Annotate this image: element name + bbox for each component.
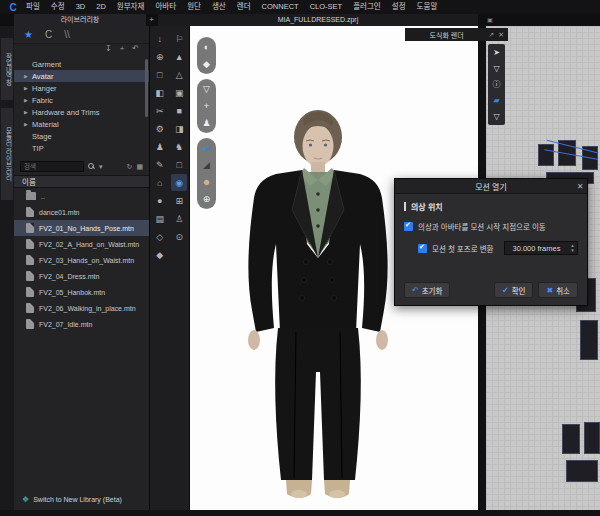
library-tree-item[interactable]: ▶ Avatar	[14, 70, 149, 82]
tool-button[interactable]: ⚙	[152, 120, 168, 137]
library-tab-icon[interactable]: C	[45, 29, 52, 40]
tool-button[interactable]: ◇	[152, 228, 168, 245]
add-tab-button[interactable]: +	[146, 14, 157, 26]
tool-button[interactable]: ⊙	[171, 228, 187, 245]
menu-item[interactable]: 설정	[392, 0, 406, 14]
document-title-tab[interactable]: MIA_FULLDRESSED.zprj	[158, 14, 478, 26]
tool-button[interactable]: ⚐	[171, 30, 187, 47]
pattern-piece[interactable]	[538, 144, 554, 166]
tool-button[interactable]: ▣	[171, 84, 187, 101]
menu-item[interactable]: CLO-SET	[310, 0, 343, 14]
library-action-icon[interactable]: +	[120, 44, 125, 57]
tool-button[interactable]: ◆	[152, 246, 168, 263]
move-to-start-checkbox[interactable]	[404, 222, 413, 231]
avatar-model[interactable]	[190, 110, 448, 510]
library-tree-item[interactable]: ▶ Hanger	[14, 82, 149, 94]
menu-item[interactable]: 파일	[26, 0, 40, 14]
pattern-piece[interactable]	[584, 422, 600, 454]
pattern-tool-icon[interactable]: ▽	[493, 111, 499, 122]
file-list-item[interactable]: FV2_02_A_Hand_on_Waist.mtn	[14, 236, 149, 252]
refresh-icon[interactable]: ↻	[127, 163, 133, 171]
cancel-button[interactable]: ✖ 취소	[538, 282, 578, 298]
undock-icon[interactable]: ▣	[487, 16, 493, 23]
pattern-piece[interactable]	[580, 320, 598, 360]
menu-item[interactable]: 원단	[187, 0, 201, 14]
file-list-item[interactable]: FV2_04_Dress.mtn	[14, 268, 149, 284]
pattern-piece[interactable]	[562, 424, 580, 454]
expand-arrow-icon[interactable]: ▶	[24, 109, 32, 115]
pattern-tool-icon[interactable]: ▰	[493, 95, 499, 106]
library-tree-item[interactable]: Garment	[14, 58, 149, 70]
tool-button[interactable]: ⊞	[171, 192, 187, 209]
menu-item[interactable]: 플러그인	[353, 0, 381, 14]
view-mode-icon[interactable]: ▦	[136, 163, 143, 171]
library-action-icon[interactable]: ↧	[105, 44, 112, 57]
tool-button[interactable]: ⌂	[152, 174, 168, 191]
library-action-icon[interactable]: ↶	[132, 44, 139, 57]
tool-button[interactable]: ●	[152, 192, 168, 209]
undock-icon[interactable]: ↗	[488, 31, 494, 39]
history-panel-vtab[interactable]: 작업내역창	[1, 38, 13, 100]
file-list-item[interactable]: FV2_05_Hanbok.mtn	[14, 284, 149, 300]
spinner-arrows[interactable]: ▴▾	[568, 243, 577, 253]
library-tree-item[interactable]: ▶ Material	[14, 118, 149, 130]
modular-library-vtab[interactable]: 모듈러 라이브러리	[1, 108, 13, 200]
library-tree-item[interactable]: Stage	[14, 130, 149, 142]
pattern-tool-icon[interactable]: ▽	[493, 63, 499, 74]
tool-button[interactable]: ♞	[171, 138, 187, 155]
menu-item[interactable]: 원부자재	[117, 0, 145, 14]
menu-item[interactable]: 도움말	[417, 0, 438, 14]
menu-item[interactable]: 생산	[212, 0, 226, 14]
tool-button[interactable]: ↓	[152, 30, 168, 47]
pattern-panel-tab[interactable]: 도식화 렌더 ↗ ✕	[405, 28, 508, 41]
menu-item[interactable]: 3D	[76, 0, 86, 14]
tool-button[interactable]: □	[152, 66, 168, 83]
pattern-piece[interactable]	[566, 460, 598, 482]
file-list-item[interactable]: dance01.mtn	[14, 204, 149, 220]
library-tab-icon[interactable]: \\	[64, 29, 70, 40]
tool-button[interactable]: ♟	[152, 138, 168, 155]
view-toggle-icon[interactable]: ▽	[199, 82, 214, 96]
close-icon[interactable]: ✕	[573, 182, 587, 191]
file-list-item[interactable]: FV2_01_No_Hands_Pose.mtn	[14, 220, 149, 236]
pattern-tool-icon[interactable]: ⓘ	[493, 79, 501, 90]
name-column-header[interactable]: 이름	[14, 175, 149, 188]
library-tree-item[interactable]: ▶ Fabric	[14, 94, 149, 106]
menu-item[interactable]: 수정	[51, 0, 65, 14]
search-input[interactable]	[20, 161, 84, 172]
frames-spinner[interactable]: 30.000 frames ▴▾	[504, 241, 578, 255]
menu-item[interactable]: 아바타	[155, 0, 176, 14]
view-toggle-icon[interactable]: ◆	[199, 57, 214, 71]
library-tree-item[interactable]: ▶ Hardware and Trims	[14, 106, 149, 118]
file-list-item[interactable]: FV2_03_Hands_on_Waist.mtn	[14, 252, 149, 268]
expand-arrow-icon[interactable]: ▶	[24, 121, 32, 127]
view-toggle-icon[interactable]: ◐	[199, 40, 214, 54]
menu-item[interactable]: 2D	[96, 0, 106, 14]
file-list-item[interactable]: FV2_07_Idle.mtn	[14, 316, 149, 332]
tool-button[interactable]: ♙	[171, 210, 187, 227]
expand-arrow-icon[interactable]: ▶	[24, 73, 32, 79]
switch-library-link[interactable]: ❖ Switch to New Library (Beta)	[14, 495, 149, 504]
reset-button[interactable]: ↶ 초기화	[404, 282, 450, 298]
library-panel-tab[interactable]: 라이브러리창	[14, 14, 146, 26]
tool-button[interactable]: ▤	[152, 210, 168, 227]
expand-arrow-icon[interactable]: ▶	[24, 97, 32, 103]
frames-value[interactable]: 30.000 frames	[505, 244, 568, 253]
menu-item[interactable]: 렌더	[237, 0, 251, 14]
library-tab-icon[interactable]: ★	[24, 29, 33, 40]
tool-button[interactable]: □	[171, 156, 187, 173]
tree-scrollbar[interactable]	[145, 59, 148, 117]
tool-button[interactable]: ◧	[152, 84, 168, 101]
tool-button[interactable]: ✂	[152, 102, 168, 119]
search-caret-icon[interactable]: ▾	[99, 163, 103, 171]
first-pose-checkbox[interactable]	[418, 244, 427, 253]
tool-button[interactable]: ◉	[171, 174, 187, 191]
library-tree-item[interactable]: TIP	[14, 142, 149, 154]
tool-button[interactable]: ⊕	[152, 48, 168, 65]
tool-button[interactable]: ■	[171, 102, 187, 119]
file-list-item[interactable]: FV2_06_Walking_in_place.mtn	[14, 300, 149, 316]
close-icon[interactable]: ✕	[498, 31, 504, 39]
tool-button[interactable]: ◨	[171, 120, 187, 137]
ok-button[interactable]: ✔ 확인	[494, 282, 534, 298]
search-icon[interactable]	[88, 163, 95, 170]
